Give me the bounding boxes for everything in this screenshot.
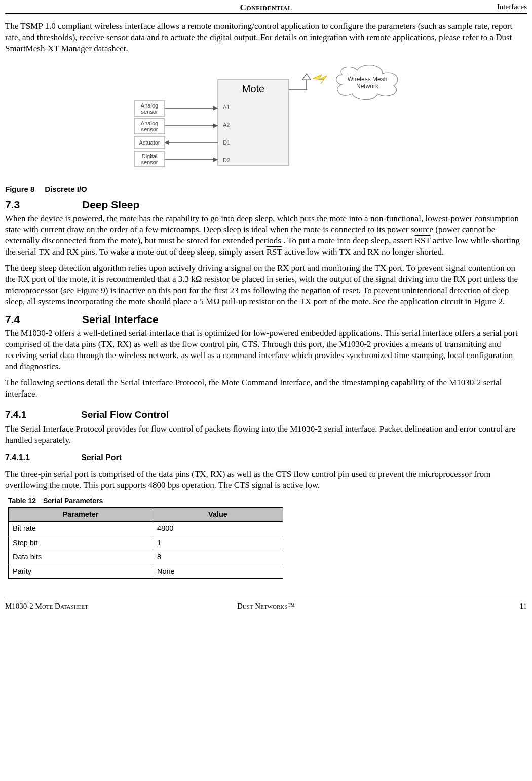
table-12-caption: Table 12 Serial Parameters: [8, 496, 527, 505]
svg-text:Wireless Mesh: Wireless Mesh: [348, 76, 388, 83]
figure-8-caption: Figure 8 Discrete I/O: [5, 184, 527, 194]
svg-text:sensor: sensor: [141, 159, 158, 165]
rst-signal: RST: [267, 247, 282, 257]
footer-left: M1030-2 Mote Datasheet: [5, 601, 88, 612]
heading-7-4-1: 7.4.1 Serial Flow Control: [5, 409, 527, 421]
svg-text:A2: A2: [223, 122, 230, 128]
table-row: ParityNone: [9, 564, 283, 578]
col-value: Value: [153, 508, 283, 522]
cts-signal: CTS: [242, 339, 257, 349]
figure-8-diagram: Mote A1 A2 D1 D2 Analog sensor Analog se…: [5, 64, 527, 179]
col-parameter: Parameter: [9, 508, 153, 522]
svg-text:A1: A1: [223, 104, 230, 110]
svg-text:Digital: Digital: [142, 153, 158, 159]
serial-port-p1: The three-pin serial port is comprised o…: [5, 469, 527, 491]
footer-page-number: 11: [520, 601, 527, 612]
table-title: Serial Parameters: [43, 496, 103, 505]
page-header: Confidential Interfaces: [5, 0, 527, 14]
serial-p1: The M1030-2 offers a well-defined serial…: [5, 328, 527, 372]
rst-signal: RST: [415, 236, 431, 245]
heading-7-3: 7.3 Deep Sleep: [5, 198, 527, 211]
svg-text:D2: D2: [223, 157, 230, 163]
table-number: Table 12: [8, 496, 36, 505]
svg-text:Analog: Analog: [141, 102, 158, 109]
header-section: Interfaces: [497, 2, 527, 12]
svg-text:sensor: sensor: [141, 126, 158, 132]
svg-text:sensor: sensor: [141, 109, 158, 115]
svg-text:D1: D1: [223, 139, 230, 146]
page-footer: M1030-2 Mote Datasheet Dust Networks™ 11: [5, 599, 527, 612]
figure-title: Discrete I/O: [45, 184, 87, 194]
footer-center: Dust Networks™: [237, 601, 295, 612]
flow-control-p1: The Serial Interface Protocol provides f…: [5, 423, 527, 446]
figure-number: Figure 8: [5, 184, 34, 194]
cts-signal: CTS: [234, 480, 250, 490]
serial-p2: The following sections detail the Serial…: [5, 377, 527, 400]
deep-sleep-p2: The deep sleep detection algorithm relie…: [5, 263, 527, 307]
svg-text:Actuator: Actuator: [139, 139, 160, 146]
header-confidential: Confidential: [240, 2, 292, 13]
table-row: Bit rate4800: [9, 522, 283, 536]
mote-label: Mote: [242, 83, 264, 94]
svg-text:Network: Network: [356, 83, 379, 90]
serial-parameters-table: Parameter Value Bit rate4800 Stop bit1 D…: [8, 507, 283, 578]
heading-7-4-1-1: 7.4.1.1 Serial Port: [5, 453, 527, 464]
cts-signal: CTS: [276, 469, 291, 479]
table-row: Stop bit1: [9, 536, 283, 550]
heading-7-4: 7.4 Serial Interface: [5, 312, 527, 326]
deep-sleep-p1: When the device is powered, the mote has…: [5, 213, 527, 258]
intro-paragraph: The TSMP 1.0 compliant wireless interfac…: [5, 21, 527, 54]
svg-text:Analog: Analog: [141, 120, 158, 126]
table-row: Data bits8: [9, 550, 283, 564]
